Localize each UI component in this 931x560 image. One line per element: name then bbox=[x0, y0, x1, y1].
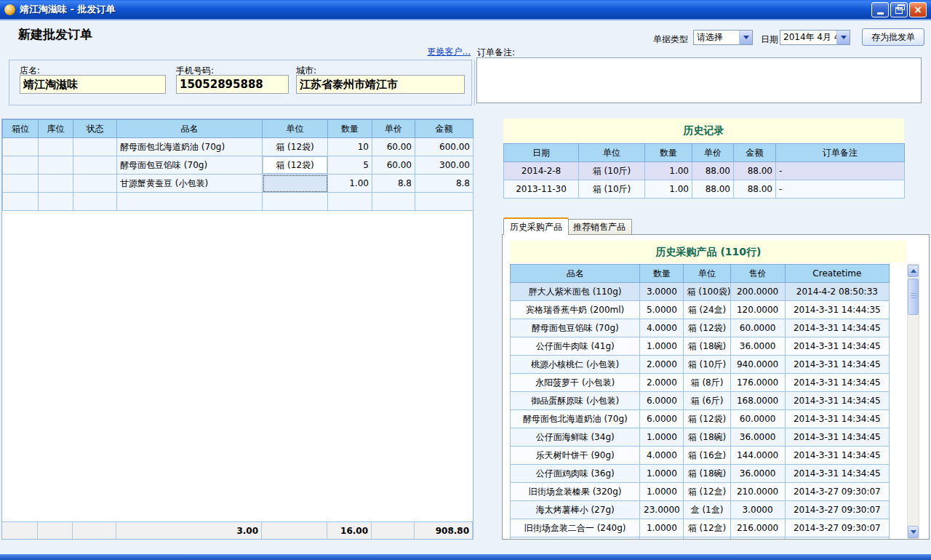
history-row[interactable]: 2013-11-30箱 (10斤)1.0088.0088.00- bbox=[504, 180, 905, 199]
scrollbar-thumb[interactable] bbox=[908, 279, 919, 315]
column-header[interactable]: 单价 bbox=[372, 120, 415, 138]
product-row[interactable]: 胖大人紫米面包 (110g)3.0000箱 (100袋)200.00002014… bbox=[511, 283, 890, 301]
order-cell[interactable]: 箱 (12袋) bbox=[263, 138, 328, 156]
column-header[interactable]: 数量 bbox=[640, 265, 684, 283]
column-header[interactable]: 单位 bbox=[579, 144, 645, 162]
order-cell[interactable] bbox=[3, 138, 39, 156]
column-header[interactable]: 库位 bbox=[39, 120, 73, 138]
order-cell[interactable] bbox=[73, 138, 117, 156]
close-button[interactable]: × bbox=[909, 2, 927, 17]
products-scrollbar[interactable] bbox=[907, 264, 919, 539]
order-cell[interactable] bbox=[73, 156, 117, 175]
chevron-down-icon[interactable] bbox=[739, 31, 752, 44]
product-row[interactable]: 酵母面包豆馅味 (70g)4.0000箱 (12袋)60.00002014-3-… bbox=[511, 319, 890, 337]
minimize-button[interactable] bbox=[871, 2, 889, 17]
column-header[interactable]: 订单备注 bbox=[776, 144, 905, 162]
date-select[interactable]: 2014年 4月 4日 bbox=[780, 30, 850, 45]
product-row[interactable]: 桃源小核桃仁 (小包装)2.0000箱 (10斤)940.00002014-3-… bbox=[511, 356, 890, 374]
totals-quantity: 16.00 bbox=[327, 522, 372, 539]
chevron-down-icon[interactable] bbox=[836, 31, 850, 44]
product-cell: 2014-3-31 14:34:45 bbox=[785, 428, 889, 447]
product-cell: 36.0000 bbox=[730, 465, 785, 483]
order-cell[interactable] bbox=[39, 156, 73, 175]
column-header[interactable]: 箱位 bbox=[3, 120, 39, 138]
product-row[interactable]: 森雅印尼千层糕原味 (小包装)5.0000箱 (5斤)56.00002014-3… bbox=[511, 537, 890, 540]
column-header[interactable]: Createtime bbox=[785, 265, 889, 283]
order-cell[interactable]: 600.00 bbox=[415, 138, 474, 156]
app-window: 靖江淘滋味 - 批发订单 × 新建批发订单 单据类型 请选择 日期 2014年 … bbox=[0, 0, 931, 560]
column-header[interactable]: 金额 bbox=[734, 144, 776, 162]
product-cell: 2014-3-31 14:34:45 bbox=[785, 337, 889, 356]
order-cell[interactable]: 箱 (12袋) bbox=[263, 156, 328, 175]
product-cell: 乐天树叶饼干 (90g) bbox=[511, 447, 640, 465]
order-cell[interactable]: 300.00 bbox=[415, 156, 474, 175]
product-cell: 2014-3-27 09:30:07 bbox=[785, 483, 889, 501]
restore-button[interactable] bbox=[890, 2, 908, 17]
order-cell[interactable] bbox=[73, 175, 117, 193]
store-name-field[interactable] bbox=[20, 75, 166, 94]
city-field[interactable] bbox=[296, 75, 465, 94]
product-row[interactable]: 海太烤薯棒小 (27g)23.0000盒 (1盒)3.00002014-3-27… bbox=[511, 501, 890, 519]
change-customer-link[interactable]: 更换客户... bbox=[418, 46, 471, 58]
tab-recommended-products[interactable]: 推荐销售产品 bbox=[567, 219, 632, 234]
product-cell: 1.0000 bbox=[640, 337, 684, 356]
column-header[interactable]: 售价 bbox=[730, 265, 785, 283]
product-row[interactable]: 乐天树叶饼干 (90g)4.0000箱 (16盒)144.00002014-3-… bbox=[511, 447, 890, 465]
doc-type-select[interactable]: 请选择 bbox=[693, 30, 753, 45]
save-wholesale-button[interactable]: 存为批发单 bbox=[862, 28, 924, 46]
history-cell: 1.00 bbox=[645, 162, 692, 180]
history-row[interactable]: 2014-2-8箱 (10斤)1.0088.0088.00- bbox=[504, 162, 905, 180]
column-header[interactable]: 日期 bbox=[504, 144, 579, 162]
column-header[interactable]: 单位 bbox=[263, 120, 328, 138]
order-cell[interactable] bbox=[39, 175, 73, 193]
order-cell[interactable]: 8.8 bbox=[372, 175, 415, 193]
order-grid-empty-area[interactable] bbox=[2, 211, 473, 521]
order-cell[interactable] bbox=[3, 156, 39, 175]
column-header[interactable]: 单位 bbox=[684, 265, 730, 283]
column-header[interactable]: 品名 bbox=[511, 265, 640, 283]
product-row[interactable]: 公仔面鸡肉味 (36g)1.0000箱 (18碗)36.00002014-3-3… bbox=[511, 465, 890, 483]
close-icon: × bbox=[914, 4, 922, 15]
order-cell[interactable] bbox=[263, 175, 328, 193]
scroll-up-button[interactable] bbox=[908, 265, 919, 277]
product-row[interactable]: 旧街场盒装榛果 (320g)1.0000箱 (12盒)210.00002014-… bbox=[511, 483, 890, 501]
order-cell[interactable] bbox=[263, 193, 328, 211]
order-cell[interactable] bbox=[415, 193, 474, 211]
order-cell[interactable]: 60.00 bbox=[372, 156, 415, 175]
order-cell[interactable] bbox=[39, 193, 73, 211]
order-cell[interactable]: 10 bbox=[328, 138, 372, 156]
order-cell[interactable]: 酵母面包北海道奶油 (70g) bbox=[117, 138, 263, 156]
order-cell[interactable] bbox=[3, 193, 39, 211]
order-cell[interactable]: 8.8 bbox=[415, 175, 474, 193]
history-table-body: 2014-2-8箱 (10斤)1.0088.0088.00-2013-11-30… bbox=[504, 162, 905, 199]
product-row[interactable]: 御品蛋酥原味 (小包装)6.0000箱 (6斤)168.00002014-3-3… bbox=[511, 392, 890, 410]
order-cell[interactable] bbox=[3, 175, 39, 193]
order-cell[interactable] bbox=[117, 193, 263, 211]
order-cell[interactable]: 60.00 bbox=[372, 138, 415, 156]
product-row[interactable]: 公仔面海鲜味 (34g)1.0000箱 (18碗)36.00002014-3-3… bbox=[511, 428, 890, 447]
product-row[interactable]: 宾格瑞香蕉牛奶 (200ml)5.0000箱 (24盒)120.00002014… bbox=[511, 301, 890, 319]
product-cell: 2014-3-31 14:34:45 bbox=[785, 447, 889, 465]
product-row[interactable]: 公仔面牛肉味 (41g)1.0000箱 (18碗)36.00002014-3-3… bbox=[511, 337, 890, 356]
order-cell[interactable]: 酵母面包豆馅味 (70g) bbox=[117, 156, 263, 175]
product-row[interactable]: 永阳菠萝干 (小包装)2.0000箱 (8斤)176.00002014-3-31… bbox=[511, 374, 890, 392]
phone-field[interactable] bbox=[176, 75, 289, 94]
column-header[interactable]: 数量 bbox=[328, 120, 372, 138]
column-header[interactable]: 品名 bbox=[117, 120, 263, 138]
column-header[interactable]: 数量 bbox=[645, 144, 692, 162]
order-cell[interactable]: 5 bbox=[328, 156, 372, 175]
product-row[interactable]: 酵母面包北海道奶油 (70g)6.0000箱 (12袋)60.00002014-… bbox=[511, 410, 890, 428]
column-header[interactable]: 状态 bbox=[73, 120, 117, 138]
order-cell[interactable]: 甘源蟹黄蚕豆 (小包装) bbox=[117, 175, 263, 193]
order-cell[interactable] bbox=[328, 193, 372, 211]
tab-history-purchases[interactable]: 历史采购产品 bbox=[503, 217, 569, 235]
column-header[interactable]: 金额 bbox=[415, 120, 474, 138]
column-header[interactable]: 单价 bbox=[692, 144, 734, 162]
product-row[interactable]: 旧街场盒装二合一 (240g)1.0000箱 (12盒)216.00002014… bbox=[511, 519, 890, 537]
order-remark-textarea[interactable] bbox=[476, 57, 922, 103]
order-cell[interactable]: 1.00 bbox=[328, 175, 372, 193]
order-cell[interactable] bbox=[372, 193, 415, 211]
order-cell[interactable] bbox=[39, 138, 73, 156]
scroll-down-button[interactable] bbox=[908, 526, 919, 538]
order-cell[interactable] bbox=[73, 193, 117, 211]
